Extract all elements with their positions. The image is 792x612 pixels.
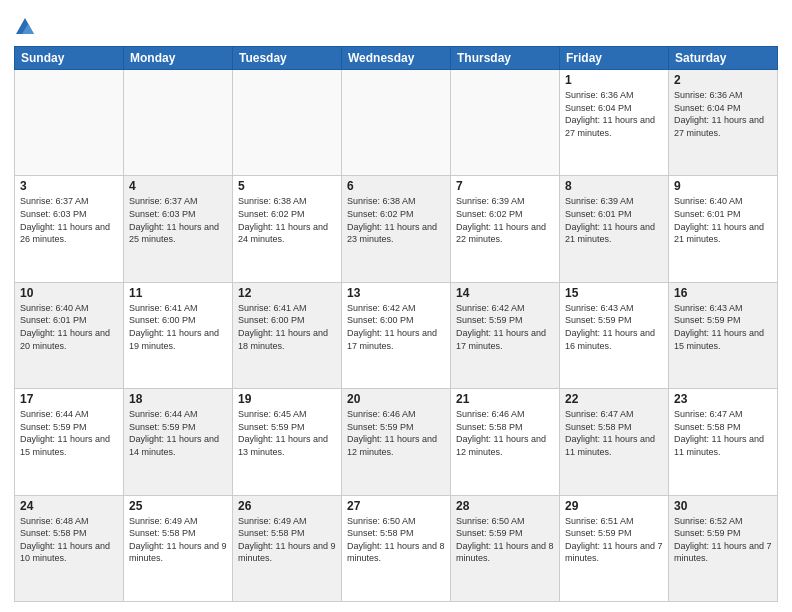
day-of-week-header: Tuesday xyxy=(233,47,342,70)
calendar-cell: 2Sunrise: 6:36 AM Sunset: 6:04 PM Daylig… xyxy=(669,70,778,176)
calendar-cell xyxy=(342,70,451,176)
calendar-cell: 12Sunrise: 6:41 AM Sunset: 6:00 PM Dayli… xyxy=(233,282,342,388)
day-number: 13 xyxy=(347,286,445,300)
day-number: 22 xyxy=(565,392,663,406)
day-number: 15 xyxy=(565,286,663,300)
calendar-cell: 25Sunrise: 6:49 AM Sunset: 5:58 PM Dayli… xyxy=(124,495,233,601)
calendar-cell: 15Sunrise: 6:43 AM Sunset: 5:59 PM Dayli… xyxy=(560,282,669,388)
day-number: 2 xyxy=(674,73,772,87)
calendar-cell: 24Sunrise: 6:48 AM Sunset: 5:58 PM Dayli… xyxy=(15,495,124,601)
calendar-cell xyxy=(15,70,124,176)
day-number: 3 xyxy=(20,179,118,193)
calendar-cell: 29Sunrise: 6:51 AM Sunset: 5:59 PM Dayli… xyxy=(560,495,669,601)
calendar-cell: 1Sunrise: 6:36 AM Sunset: 6:04 PM Daylig… xyxy=(560,70,669,176)
calendar: SundayMondayTuesdayWednesdayThursdayFrid… xyxy=(14,46,778,602)
day-info: Sunrise: 6:51 AM Sunset: 5:59 PM Dayligh… xyxy=(565,515,663,565)
day-number: 11 xyxy=(129,286,227,300)
day-number: 21 xyxy=(456,392,554,406)
calendar-cell: 8Sunrise: 6:39 AM Sunset: 6:01 PM Daylig… xyxy=(560,176,669,282)
calendar-cell: 10Sunrise: 6:40 AM Sunset: 6:01 PM Dayli… xyxy=(15,282,124,388)
calendar-week-row: 1Sunrise: 6:36 AM Sunset: 6:04 PM Daylig… xyxy=(15,70,778,176)
day-of-week-header: Thursday xyxy=(451,47,560,70)
day-info: Sunrise: 6:36 AM Sunset: 6:04 PM Dayligh… xyxy=(674,89,772,139)
day-number: 9 xyxy=(674,179,772,193)
day-info: Sunrise: 6:37 AM Sunset: 6:03 PM Dayligh… xyxy=(129,195,227,245)
day-number: 8 xyxy=(565,179,663,193)
calendar-cell: 30Sunrise: 6:52 AM Sunset: 5:59 PM Dayli… xyxy=(669,495,778,601)
day-info: Sunrise: 6:44 AM Sunset: 5:59 PM Dayligh… xyxy=(20,408,118,458)
day-info: Sunrise: 6:49 AM Sunset: 5:58 PM Dayligh… xyxy=(238,515,336,565)
calendar-cell: 3Sunrise: 6:37 AM Sunset: 6:03 PM Daylig… xyxy=(15,176,124,282)
day-of-week-header: Sunday xyxy=(15,47,124,70)
day-info: Sunrise: 6:39 AM Sunset: 6:01 PM Dayligh… xyxy=(565,195,663,245)
day-info: Sunrise: 6:38 AM Sunset: 6:02 PM Dayligh… xyxy=(347,195,445,245)
day-info: Sunrise: 6:49 AM Sunset: 5:58 PM Dayligh… xyxy=(129,515,227,565)
day-info: Sunrise: 6:38 AM Sunset: 6:02 PM Dayligh… xyxy=(238,195,336,245)
calendar-cell: 16Sunrise: 6:43 AM Sunset: 5:59 PM Dayli… xyxy=(669,282,778,388)
day-info: Sunrise: 6:46 AM Sunset: 5:59 PM Dayligh… xyxy=(347,408,445,458)
day-number: 28 xyxy=(456,499,554,513)
calendar-cell: 13Sunrise: 6:42 AM Sunset: 6:00 PM Dayli… xyxy=(342,282,451,388)
day-info: Sunrise: 6:47 AM Sunset: 5:58 PM Dayligh… xyxy=(565,408,663,458)
calendar-cell xyxy=(124,70,233,176)
calendar-header-row: SundayMondayTuesdayWednesdayThursdayFrid… xyxy=(15,47,778,70)
calendar-cell: 22Sunrise: 6:47 AM Sunset: 5:58 PM Dayli… xyxy=(560,389,669,495)
calendar-cell: 21Sunrise: 6:46 AM Sunset: 5:58 PM Dayli… xyxy=(451,389,560,495)
day-number: 20 xyxy=(347,392,445,406)
day-info: Sunrise: 6:48 AM Sunset: 5:58 PM Dayligh… xyxy=(20,515,118,565)
day-info: Sunrise: 6:37 AM Sunset: 6:03 PM Dayligh… xyxy=(20,195,118,245)
logo-icon xyxy=(14,16,36,38)
day-info: Sunrise: 6:50 AM Sunset: 5:59 PM Dayligh… xyxy=(456,515,554,565)
day-info: Sunrise: 6:44 AM Sunset: 5:59 PM Dayligh… xyxy=(129,408,227,458)
calendar-cell: 28Sunrise: 6:50 AM Sunset: 5:59 PM Dayli… xyxy=(451,495,560,601)
day-number: 6 xyxy=(347,179,445,193)
logo xyxy=(14,14,40,38)
day-number: 17 xyxy=(20,392,118,406)
calendar-week-row: 17Sunrise: 6:44 AM Sunset: 5:59 PM Dayli… xyxy=(15,389,778,495)
day-info: Sunrise: 6:41 AM Sunset: 6:00 PM Dayligh… xyxy=(238,302,336,352)
calendar-cell: 5Sunrise: 6:38 AM Sunset: 6:02 PM Daylig… xyxy=(233,176,342,282)
day-number: 24 xyxy=(20,499,118,513)
day-number: 12 xyxy=(238,286,336,300)
day-of-week-header: Saturday xyxy=(669,47,778,70)
day-of-week-header: Friday xyxy=(560,47,669,70)
calendar-cell: 18Sunrise: 6:44 AM Sunset: 5:59 PM Dayli… xyxy=(124,389,233,495)
day-number: 16 xyxy=(674,286,772,300)
day-info: Sunrise: 6:40 AM Sunset: 6:01 PM Dayligh… xyxy=(674,195,772,245)
calendar-cell: 11Sunrise: 6:41 AM Sunset: 6:00 PM Dayli… xyxy=(124,282,233,388)
calendar-cell xyxy=(451,70,560,176)
day-of-week-header: Monday xyxy=(124,47,233,70)
calendar-cell: 4Sunrise: 6:37 AM Sunset: 6:03 PM Daylig… xyxy=(124,176,233,282)
day-info: Sunrise: 6:45 AM Sunset: 5:59 PM Dayligh… xyxy=(238,408,336,458)
calendar-cell: 27Sunrise: 6:50 AM Sunset: 5:58 PM Dayli… xyxy=(342,495,451,601)
day-number: 26 xyxy=(238,499,336,513)
day-number: 19 xyxy=(238,392,336,406)
calendar-cell: 6Sunrise: 6:38 AM Sunset: 6:02 PM Daylig… xyxy=(342,176,451,282)
calendar-cell: 9Sunrise: 6:40 AM Sunset: 6:01 PM Daylig… xyxy=(669,176,778,282)
day-number: 25 xyxy=(129,499,227,513)
calendar-week-row: 10Sunrise: 6:40 AM Sunset: 6:01 PM Dayli… xyxy=(15,282,778,388)
calendar-cell: 23Sunrise: 6:47 AM Sunset: 5:58 PM Dayli… xyxy=(669,389,778,495)
calendar-cell: 26Sunrise: 6:49 AM Sunset: 5:58 PM Dayli… xyxy=(233,495,342,601)
calendar-cell: 20Sunrise: 6:46 AM Sunset: 5:59 PM Dayli… xyxy=(342,389,451,495)
day-info: Sunrise: 6:43 AM Sunset: 5:59 PM Dayligh… xyxy=(565,302,663,352)
day-number: 7 xyxy=(456,179,554,193)
day-number: 10 xyxy=(20,286,118,300)
day-of-week-header: Wednesday xyxy=(342,47,451,70)
calendar-week-row: 24Sunrise: 6:48 AM Sunset: 5:58 PM Dayli… xyxy=(15,495,778,601)
day-info: Sunrise: 6:50 AM Sunset: 5:58 PM Dayligh… xyxy=(347,515,445,565)
day-number: 30 xyxy=(674,499,772,513)
calendar-cell: 7Sunrise: 6:39 AM Sunset: 6:02 PM Daylig… xyxy=(451,176,560,282)
day-number: 14 xyxy=(456,286,554,300)
day-info: Sunrise: 6:42 AM Sunset: 6:00 PM Dayligh… xyxy=(347,302,445,352)
day-info: Sunrise: 6:36 AM Sunset: 6:04 PM Dayligh… xyxy=(565,89,663,139)
day-number: 29 xyxy=(565,499,663,513)
day-number: 1 xyxy=(565,73,663,87)
day-number: 5 xyxy=(238,179,336,193)
day-info: Sunrise: 6:43 AM Sunset: 5:59 PM Dayligh… xyxy=(674,302,772,352)
calendar-cell: 17Sunrise: 6:44 AM Sunset: 5:59 PM Dayli… xyxy=(15,389,124,495)
calendar-week-row: 3Sunrise: 6:37 AM Sunset: 6:03 PM Daylig… xyxy=(15,176,778,282)
calendar-cell: 14Sunrise: 6:42 AM Sunset: 5:59 PM Dayli… xyxy=(451,282,560,388)
day-info: Sunrise: 6:40 AM Sunset: 6:01 PM Dayligh… xyxy=(20,302,118,352)
day-number: 4 xyxy=(129,179,227,193)
